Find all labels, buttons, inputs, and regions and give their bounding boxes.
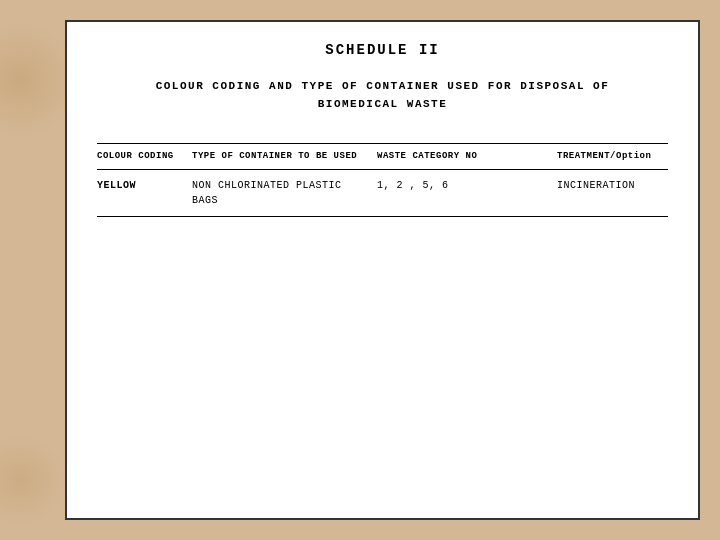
cell-treatment: INCINERATION [547,178,668,208]
table-row: YELLOW NON CHLORINATED PLASTIC BAGS 1, 2… [97,170,668,217]
cell-colour: YELLOW [97,178,187,208]
subtitle-line1: COLOUR CODING AND TYPE OF CONTAINER USED… [97,78,668,96]
document-subtitle: COLOUR CODING AND TYPE OF CONTAINER USED… [97,78,668,113]
cell-waste: 1, 2 , 5, 6 [367,178,547,208]
table-header-row: COLOUR CODING TYPE OF CONTAINER TO BE US… [97,143,668,170]
header-type: TYPE OF CONTAINER TO BE USED [187,150,367,163]
bg-decoration-bottom [0,420,70,540]
cell-type: NON CHLORINATED PLASTIC BAGS [187,178,367,208]
header-waste: WASTE CATEGORY NO [367,150,547,163]
main-document: SCHEDULE II COLOUR CODING AND TYPE OF CO… [65,20,700,520]
subtitle-line2: BIOMEDICAL WASTE [97,96,668,114]
header-colour: COLOUR CODING [97,150,187,163]
data-table: COLOUR CODING TYPE OF CONTAINER TO BE US… [97,143,668,217]
header-treatment: TREATMENT/Option [547,150,668,163]
schedule-title: SCHEDULE II [97,42,668,58]
